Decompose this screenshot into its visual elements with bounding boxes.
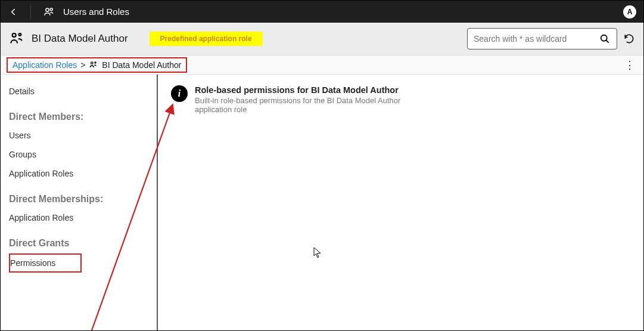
users-roles-icon	[43, 6, 55, 18]
sub-header: BI Data Model Author Predefined applicat…	[1, 23, 643, 55]
refresh-icon[interactable]	[623, 33, 635, 45]
sidebar-item-users[interactable]: Users	[9, 126, 157, 145]
page-title: Users and Roles	[63, 7, 129, 17]
svg-point-2	[13, 33, 16, 37]
top-app-bar: Users and Roles A	[1, 1, 643, 23]
permission-title: Role-based permissions for BI Data Model…	[195, 85, 409, 95]
info-icon: i	[171, 85, 188, 102]
breadcrumb-separator: >	[80, 60, 85, 70]
breadcrumb-highlight-box: Application Roles > BI Data Model Author	[7, 57, 187, 73]
predefined-badge: Predefined application role	[150, 32, 263, 46]
role-icon	[9, 31, 24, 47]
search-input[interactable]	[474, 34, 599, 44]
breadcrumb-role-icon	[89, 60, 98, 70]
svg-point-3	[18, 33, 21, 36]
search-icon[interactable]	[599, 33, 611, 45]
svg-point-4	[601, 35, 607, 41]
back-arrow-icon[interactable]	[8, 7, 18, 17]
permission-entry[interactable]: i Role-based permissions for BI Data Mod…	[171, 85, 630, 114]
permission-description: Built-in role-based permissions for the …	[195, 96, 409, 114]
svg-point-0	[46, 8, 49, 11]
breadcrumb-current: BI Data Model Author	[102, 60, 181, 70]
sidebar-item-groups[interactable]: Groups	[9, 145, 157, 164]
sidebar-section-grants: Direct Grants	[9, 227, 157, 252]
sidebar: Details Direct Members: Users Groups App…	[1, 75, 158, 330]
search-box[interactable]	[467, 28, 617, 50]
sidebar-item-details[interactable]: Details	[9, 82, 157, 101]
sidebar-permissions-highlight-box: Permissions	[9, 253, 82, 273]
content-panel: i Role-based permissions for BI Data Mod…	[158, 75, 643, 330]
avatar-letter: A	[627, 8, 633, 16]
user-avatar[interactable]: A	[623, 5, 636, 18]
sidebar-item-permissions[interactable]: Permissions	[10, 258, 55, 268]
breadcrumb-root[interactable]: Application Roles	[13, 60, 77, 70]
role-title: BI Data Model Author	[32, 33, 128, 45]
svg-point-6	[95, 61, 96, 63]
svg-point-5	[91, 61, 93, 63]
sidebar-item-app-roles[interactable]: Application Roles	[9, 164, 157, 183]
svg-point-1	[50, 8, 52, 10]
main-area: Details Direct Members: Users Groups App…	[1, 75, 643, 330]
more-actions-icon[interactable]: ⋮	[622, 57, 637, 73]
sidebar-section-memberships: Direct Memberships:	[9, 183, 157, 208]
divider	[30, 5, 31, 19]
sidebar-section-members: Direct Members:	[9, 101, 157, 126]
sidebar-item-app-roles-2[interactable]: Application Roles	[9, 208, 157, 227]
breadcrumb-bar: Application Roles > BI Data Model Author…	[1, 55, 643, 75]
